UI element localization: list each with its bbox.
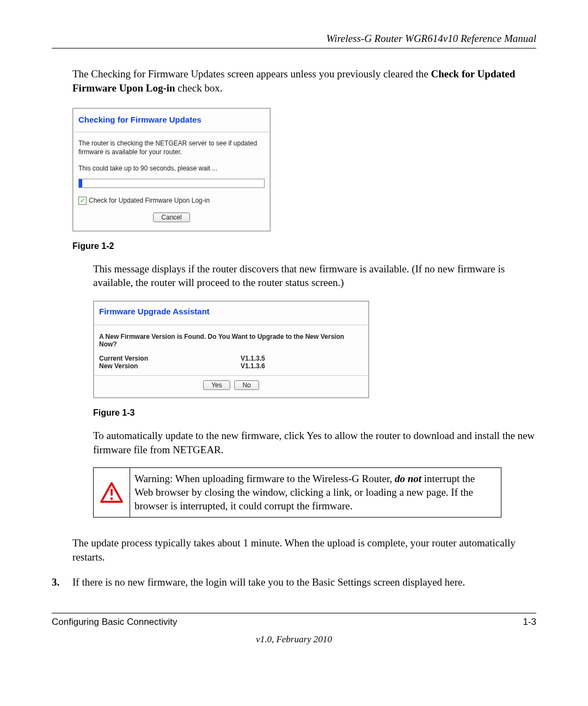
mid-paragraph-2: To automatically update to the new firmw… bbox=[52, 429, 536, 457]
mid-paragraph-3: The update process typically takes about… bbox=[52, 536, 536, 564]
figure-1-3-caption: Figure 1-3 bbox=[52, 408, 536, 418]
yes-button[interactable]: Yes bbox=[203, 380, 230, 390]
new-version-label: New Version bbox=[99, 362, 241, 370]
warning-italic: do not bbox=[395, 473, 421, 484]
dialog-title: Firmware Upgrade Assistant bbox=[94, 306, 369, 325]
cancel-button[interactable]: Cancel bbox=[153, 212, 189, 222]
version-table: Current Version V1.1.3.5 New Version V1.… bbox=[94, 351, 369, 375]
firmware-check-dialog: Checking for Firmware Updates The router… bbox=[72, 108, 271, 231]
current-version-value: V1.1.3.5 bbox=[241, 355, 265, 362]
intro-paragraph: The Checking for Firmware Updates screen… bbox=[52, 67, 536, 95]
warning-before-italic: When uploading firmware to the Wireless-… bbox=[173, 473, 395, 484]
warning-label: Warning: bbox=[134, 473, 173, 484]
footer-page: 1-3 bbox=[523, 617, 536, 628]
figure-1-2-caption: Figure 1-2 bbox=[52, 241, 536, 251]
checkbox-label: Check for Updated Firmware Upon Log-in bbox=[89, 197, 210, 204]
no-button[interactable]: No bbox=[234, 380, 259, 390]
mid2-before: To automatically update to the new firmw… bbox=[93, 430, 307, 441]
progress-fill bbox=[79, 179, 82, 187]
checkbox-row[interactable]: ✓ Check for Updated Firmware Upon Log-in bbox=[73, 193, 270, 208]
warning-icon bbox=[100, 482, 123, 503]
footer-rule bbox=[52, 613, 536, 613]
step-3: 3. If there is no new firmware, the logi… bbox=[52, 575, 536, 589]
current-version-label: Current Version bbox=[99, 355, 241, 362]
step-text: If there is no new firmware, the login w… bbox=[72, 575, 536, 589]
firmware-upgrade-dialog: Firmware Upgrade Assistant A New Firmwar… bbox=[93, 301, 369, 398]
intro-text-before: The Checking for Firmware Updates screen… bbox=[72, 68, 431, 80]
checkbox-checked-icon[interactable]: ✓ bbox=[78, 197, 87, 205]
warning-box: Warning: When uploading firmware to the … bbox=[93, 467, 501, 518]
mid2-bold: Yes bbox=[307, 430, 322, 441]
upgrade-prompt: A New Firmware Version is Found. Do You … bbox=[94, 325, 369, 351]
warning-icon-cell bbox=[94, 468, 130, 517]
dialog-text-2: This could take up to 90 seconds, please… bbox=[73, 159, 270, 176]
doc-title: Wireless-G Router WGR614v10 Reference Ma… bbox=[52, 33, 536, 45]
svg-point-2 bbox=[111, 497, 113, 500]
new-version-value: V1.1.3.6 bbox=[241, 362, 265, 370]
svg-rect-1 bbox=[111, 489, 113, 496]
warning-text: Warning: When uploading firmware to the … bbox=[130, 468, 501, 517]
progress-bar bbox=[78, 179, 265, 188]
footer-version: v1.0, February 2010 bbox=[52, 634, 536, 645]
dialog-title: Checking for Firmware Updates bbox=[73, 114, 270, 132]
mid-paragraph-1: This message displays if the router disc… bbox=[52, 262, 536, 290]
intro-text-after: check box. bbox=[175, 82, 223, 94]
dialog-text-1: The router is checking the NETGEAR serve… bbox=[73, 132, 270, 159]
header-rule bbox=[52, 48, 536, 48]
footer-section: Configuring Basic Connectivity bbox=[52, 617, 177, 628]
step-number: 3. bbox=[52, 575, 72, 589]
